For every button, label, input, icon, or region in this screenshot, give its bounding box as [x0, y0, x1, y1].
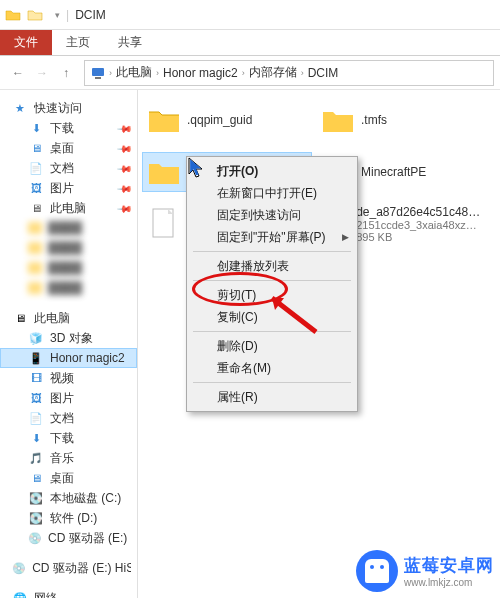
menu-pin-quick[interactable]: 固定到快速访问 — [189, 204, 355, 226]
sidebar-videos[interactable]: 🎞视频 — [0, 368, 137, 388]
context-menu: 打开(O) 在新窗口中打开(E) 固定到快速访问 固定到"开始"屏幕(P)▶ 创… — [186, 156, 358, 412]
menu-new-window[interactable]: 在新窗口中打开(E) — [189, 182, 355, 204]
sidebar-blurred: ████ — [0, 278, 137, 298]
sidebar-blurred: ████ — [0, 218, 137, 238]
sidebar-quickaccess[interactable]: ★ 快速访问 — [0, 98, 137, 118]
drive-icon: 💽 — [28, 490, 44, 506]
sidebar-blurred: ████ — [0, 258, 137, 278]
network-icon: 🌐 — [12, 590, 28, 598]
breadcrumb-device[interactable]: Honor magic2 — [163, 66, 238, 80]
sidebar-blurred: ████ — [0, 238, 137, 258]
window-title: DCIM — [75, 8, 106, 22]
cursor-icon — [188, 157, 206, 179]
sidebar-documents2[interactable]: 📄文档 — [0, 408, 137, 428]
desktop-icon: 🖥 — [28, 470, 44, 486]
folder-icon — [321, 103, 355, 137]
pin-icon: 📌 — [117, 200, 133, 216]
sidebar-3d[interactable]: 🧊3D 对象 — [0, 328, 137, 348]
tab-home[interactable]: 主页 — [52, 30, 104, 55]
menu-properties[interactable]: 属性(R) — [189, 386, 355, 408]
menu-separator — [193, 331, 351, 332]
chevron-right-icon: › — [156, 68, 159, 78]
title-bar: ▾ | DCIM — [0, 0, 500, 30]
menu-rename[interactable]: 重命名(M) — [189, 357, 355, 379]
download-icon: ⬇ — [28, 120, 44, 136]
cd-icon: 💿 — [12, 560, 26, 576]
nav-bar: ← → ↑ › 此电脑 › Honor magic2 › 内部存储 › DCIM — [0, 56, 500, 90]
folder-item[interactable]: .tmfs — [316, 100, 486, 140]
sidebar-edrive2[interactable]: 💿CD 驱动器 (E:) HiSui — [0, 558, 137, 578]
watermark-title: 蓝莓安卓网 — [404, 554, 494, 577]
sidebar-thispc-top[interactable]: 🖥 此电脑 📌 — [0, 198, 137, 218]
video-icon: 🎞 — [28, 370, 44, 386]
sidebar-desktop2[interactable]: 🖥桌面 — [0, 468, 137, 488]
document-icon: 📄 — [28, 160, 44, 176]
watermark: 蓝莓安卓网 www.lmkjz.com — [356, 550, 494, 592]
file-icon — [147, 207, 181, 241]
up-button[interactable]: ↑ — [54, 61, 78, 85]
svg-rect-0 — [92, 68, 104, 76]
phone-icon: 📱 — [28, 350, 44, 366]
pc-icon: 🖥 — [28, 200, 44, 216]
document-icon: 📄 — [28, 410, 44, 426]
sidebar-pictures2[interactable]: 🖼图片 — [0, 388, 137, 408]
submenu-arrow-icon: ▶ — [342, 232, 349, 242]
tab-file[interactable]: 文件 — [0, 30, 52, 55]
sidebar: ★ 快速访问 ⬇ 下载 📌 🖥 桌面 📌 📄 文档 📌 🖼 图片 📌 🖥 此电脑… — [0, 90, 138, 598]
back-button[interactable]: ← — [6, 61, 30, 85]
menu-separator — [193, 251, 351, 252]
watermark-subtitle: www.lmkjz.com — [404, 577, 494, 588]
picture-icon: 🖼 — [28, 180, 44, 196]
chevron-right-icon: › — [109, 68, 112, 78]
sidebar-documents[interactable]: 📄 文档 📌 — [0, 158, 137, 178]
dropdown-indicator-icon[interactable]: ▾ — [55, 10, 60, 20]
desktop-icon: 🖥 — [28, 140, 44, 156]
sidebar-music[interactable]: 🎵音乐 — [0, 448, 137, 468]
pc-icon: 🖥 — [12, 310, 28, 326]
picture-icon: 🖼 — [28, 390, 44, 406]
menu-pin-start[interactable]: 固定到"开始"屏幕(P)▶ — [189, 226, 355, 248]
breadcrumb-current[interactable]: DCIM — [308, 66, 339, 80]
title-bar-separator: | — [66, 8, 69, 22]
menu-separator — [193, 280, 351, 281]
watermark-logo-icon — [356, 550, 398, 592]
menu-playlist[interactable]: 创建播放列表 — [189, 255, 355, 277]
menu-copy[interactable]: 复制(C) — [189, 306, 355, 328]
tab-share[interactable]: 共享 — [104, 30, 156, 55]
pin-icon: 📌 — [117, 160, 133, 176]
pin-icon: 📌 — [117, 140, 133, 156]
download-icon: ⬇ — [28, 430, 44, 446]
folder-open-icon — [27, 7, 43, 23]
pin-icon: 📌 — [117, 120, 133, 136]
star-icon: ★ — [12, 100, 28, 116]
cube-icon: 🧊 — [28, 330, 44, 346]
menu-separator — [193, 382, 351, 383]
folder-icon — [147, 103, 181, 137]
sidebar-pictures[interactable]: 🖼 图片 📌 — [0, 178, 137, 198]
sidebar-cdrive[interactable]: 💽本地磁盘 (C:) — [0, 488, 137, 508]
forward-button[interactable]: → — [30, 61, 54, 85]
breadcrumb-storage[interactable]: 内部存储 — [249, 64, 297, 81]
sidebar-network[interactable]: 🌐网络 — [0, 588, 137, 598]
menu-cut[interactable]: 剪切(T) — [189, 284, 355, 306]
menu-open[interactable]: 打开(O) — [189, 160, 355, 182]
folder-icon — [147, 155, 181, 189]
sidebar-desktop[interactable]: 🖥 桌面 📌 — [0, 138, 137, 158]
chevron-right-icon: › — [301, 68, 304, 78]
sidebar-edrive[interactable]: 💿CD 驱动器 (E:) HiSu — [0, 528, 137, 548]
folder-small-icon — [5, 7, 21, 23]
sidebar-downloads2[interactable]: ⬇下载 — [0, 428, 137, 448]
cd-icon: 💿 — [28, 530, 42, 546]
drive-icon: 💽 — [28, 510, 44, 526]
sidebar-thispc[interactable]: 🖥 此电脑 — [0, 308, 137, 328]
menu-delete[interactable]: 删除(D) — [189, 335, 355, 357]
breadcrumb[interactable]: › 此电脑 › Honor magic2 › 内部存储 › DCIM — [84, 60, 494, 86]
music-icon: 🎵 — [28, 450, 44, 466]
sidebar-honor[interactable]: 📱Honor magic2 — [0, 348, 137, 368]
sidebar-ddrive[interactable]: 💽软件 (D:) — [0, 508, 137, 528]
folder-item[interactable]: .qqpim_guid — [142, 100, 312, 140]
sidebar-downloads[interactable]: ⬇ 下载 📌 — [0, 118, 137, 138]
pc-icon — [91, 66, 105, 80]
svg-rect-1 — [95, 77, 101, 79]
breadcrumb-root[interactable]: 此电脑 — [116, 64, 152, 81]
